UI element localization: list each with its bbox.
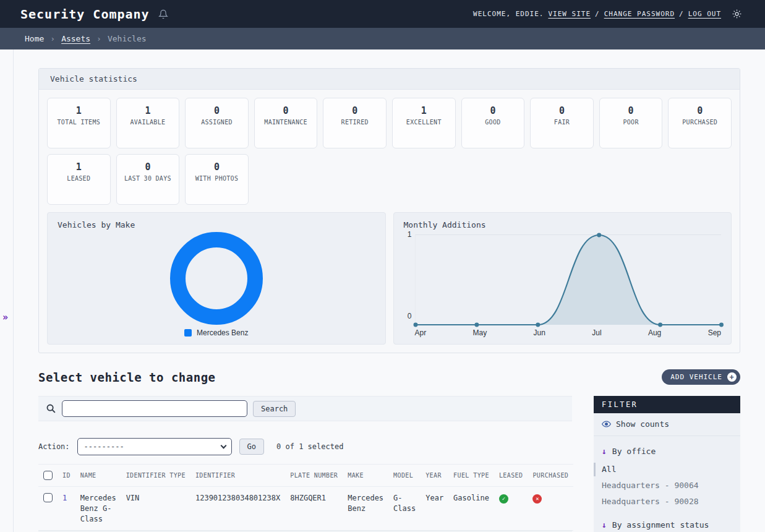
action-select[interactable]: --------- bbox=[77, 438, 232, 455]
stat-card-good: 0 GOOD bbox=[461, 98, 525, 148]
search-icon bbox=[46, 403, 56, 414]
stat-card-maintenance: 0 MAINTENANCE bbox=[254, 98, 318, 148]
eye-icon bbox=[602, 421, 611, 427]
vehicles-by-make-chart: Vehicles by Make Mercedes Benz bbox=[47, 212, 386, 345]
row-checkbox[interactable] bbox=[43, 493, 53, 502]
stat-card-excellent: 1 EXCELLENT bbox=[392, 98, 456, 148]
col-plate-number: PLATE NUMBER bbox=[285, 465, 343, 487]
app-header: Security Company WELCOME, EDDIE. VIEW SI… bbox=[0, 0, 765, 28]
sidebar-expand-icon[interactable]: » bbox=[2, 312, 8, 323]
table-header-row: ID NAME IDENTIFIER TYPE IDENTIFIER PLATE… bbox=[38, 465, 573, 487]
search-button[interactable]: Search bbox=[253, 401, 296, 417]
breadcrumb-assets[interactable]: Assets bbox=[61, 34, 90, 43]
tools-separator: / bbox=[595, 10, 600, 18]
theme-toggle-sun-icon[interactable] bbox=[732, 9, 741, 19]
legend-swatch bbox=[184, 329, 192, 337]
col-identifier-type: IDENTIFIER TYPE bbox=[121, 465, 190, 487]
x-tick: May bbox=[473, 328, 487, 337]
tools-separator: / bbox=[679, 10, 684, 18]
module-header: Vehicle statistics bbox=[39, 69, 740, 90]
col-make: MAKE bbox=[343, 465, 388, 487]
stat-card-poor: 0 POOR bbox=[599, 98, 663, 148]
change-password-link[interactable]: CHANGE PASSWORD bbox=[604, 10, 675, 18]
y-axis-labels: 1 0 bbox=[404, 230, 415, 320]
view-site-link[interactable]: VIEW SITE bbox=[548, 10, 591, 18]
logout-link[interactable]: LOG OUT bbox=[688, 10, 721, 18]
chart-title: Monthly Additions bbox=[404, 220, 722, 230]
filter-sidebar: FILTER Show counts ↓ By office All Headq… bbox=[594, 396, 740, 532]
show-counts-toggle[interactable]: Show counts bbox=[594, 413, 740, 436]
search-input[interactable] bbox=[62, 400, 247, 417]
table-row: 1 Mercedes Benz G-Class VIN 123901238034… bbox=[38, 487, 573, 531]
col-year: YEAR bbox=[421, 465, 448, 487]
stat-card-total-items: 1 TOTAL ITEMS bbox=[47, 98, 111, 148]
cell-plate-number: 8HZGQER1 bbox=[285, 487, 343, 531]
cell-identifier: 123901238034801238X bbox=[190, 487, 285, 531]
row-id-link[interactable]: 1 bbox=[62, 494, 67, 502]
nav-sidebar-collapsed: » bbox=[0, 49, 14, 532]
stat-card-available: 1 AVAILABLE bbox=[116, 98, 180, 148]
user-tools: WELCOME, EDDIE. VIEW SITE / CHANGE PASSW… bbox=[473, 9, 741, 19]
filter-option-headquarters-90064[interactable]: Headquarters - 90064 bbox=[594, 478, 740, 494]
donut-ring bbox=[170, 232, 263, 325]
breadcrumb-separator: › bbox=[96, 34, 101, 43]
go-button[interactable]: Go bbox=[239, 439, 264, 455]
notifications-bell-icon[interactable] bbox=[158, 9, 168, 19]
stat-card-grid: 1 TOTAL ITEMS 1 AVAILABLE 0 ASSIGNED 0 M… bbox=[47, 98, 732, 205]
leased-true-icon: ✓ bbox=[499, 494, 508, 504]
y-tick-min: 0 bbox=[404, 312, 412, 320]
col-name: NAME bbox=[75, 465, 121, 487]
site-title[interactable]: Security Company bbox=[20, 7, 150, 22]
select-all-checkbox[interactable] bbox=[43, 471, 53, 480]
filter-option-all[interactable]: All bbox=[594, 461, 740, 478]
filter-group-by-assignment-status[interactable]: ↓ By assignment status bbox=[594, 510, 740, 532]
y-tick-max: 1 bbox=[404, 230, 412, 239]
plus-icon: + bbox=[727, 372, 737, 382]
stat-card-fair: 0 FAIR bbox=[530, 98, 594, 148]
legend-label: Mercedes Benz bbox=[197, 328, 248, 337]
breadcrumb: Home › Assets › Vehicles bbox=[0, 28, 765, 49]
filter-group-by-office[interactable]: ↓ By office bbox=[594, 436, 740, 461]
cell-model: G-Class bbox=[388, 487, 421, 531]
monthly-additions-chart: Monthly Additions 1 0 bbox=[393, 212, 732, 345]
action-label: Action: bbox=[38, 442, 70, 451]
cell-identifier-type: VIN bbox=[121, 487, 190, 531]
x-tick: Apr bbox=[415, 328, 427, 337]
chart-title: Vehicles by Make bbox=[58, 220, 375, 230]
col-fuel-type: FUEL TYPE bbox=[448, 465, 494, 487]
x-axis-labels: Apr May Jun Jul Aug Sep bbox=[415, 328, 722, 337]
breadcrumb-home[interactable]: Home bbox=[25, 34, 44, 43]
cell-name: Mercedes Benz G-Class bbox=[75, 487, 121, 531]
stat-card-retired: 0 RETIRED bbox=[323, 98, 387, 148]
col-id: ID bbox=[58, 465, 75, 487]
vehicles-table: ID NAME IDENTIFIER TYPE IDENTIFIER PLATE… bbox=[38, 464, 573, 531]
x-tick: Jun bbox=[534, 328, 545, 337]
stat-card-purchased: 0 PURCHASED bbox=[668, 98, 732, 148]
search-bar: Search bbox=[38, 396, 572, 421]
breadcrumb-separator: › bbox=[50, 34, 55, 43]
x-tick: Sep bbox=[708, 328, 721, 337]
col-leased: LEASED bbox=[494, 465, 528, 487]
cell-fuel-type: Gasoline bbox=[448, 487, 494, 531]
col-identifier: IDENTIFIER bbox=[190, 465, 285, 487]
col-model: MODEL bbox=[388, 465, 421, 487]
legend-item-mercedes-benz[interactable]: Mercedes Benz bbox=[58, 328, 375, 337]
col-purchased: PURCHASED bbox=[528, 465, 573, 487]
line-chart-svg bbox=[416, 235, 722, 325]
welcome-text: WELCOME, EDDIE. bbox=[473, 10, 544, 18]
collapse-arrow-icon: ↓ bbox=[602, 447, 607, 456]
filter-option-headquarters-90028[interactable]: Headquarters - 90028 bbox=[594, 494, 740, 510]
filter-title: FILTER bbox=[594, 396, 740, 413]
stat-card-assigned: 0 ASSIGNED bbox=[185, 98, 249, 148]
breadcrumb-current: Vehicles bbox=[108, 34, 147, 43]
stat-card-last-30-days: 0 LAST 30 DAYS bbox=[116, 154, 180, 205]
x-tick: Jul bbox=[592, 328, 601, 337]
stat-card-with-photos: 0 WITH PHOTOS bbox=[185, 154, 249, 205]
cell-make: Mercedes Benz bbox=[343, 487, 388, 531]
line-plot-area bbox=[415, 234, 722, 325]
module-title: Vehicle statistics bbox=[50, 74, 137, 84]
x-tick: Aug bbox=[648, 328, 661, 337]
action-select-wrap: --------- bbox=[77, 438, 232, 455]
selection-note: 0 of 1 selected bbox=[276, 442, 343, 451]
add-vehicle-button[interactable]: ADD VEHICLE + bbox=[662, 369, 740, 385]
